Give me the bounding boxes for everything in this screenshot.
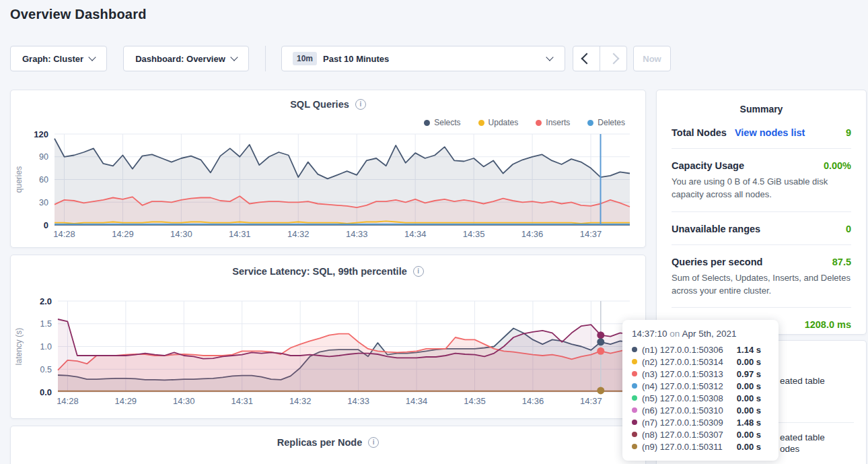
tooltip-title: 14:37:10 on Apr 5th, 2021: [632, 329, 769, 339]
summary-label: Unavailable ranges: [672, 224, 760, 234]
toolbar-divider: [265, 46, 266, 71]
dashboard-dropdown-label: Dashboard: Overview: [135, 54, 225, 64]
event-text-fragment: eated table: [780, 376, 825, 386]
summary-value: 0: [846, 224, 851, 234]
view-nodes-link[interactable]: View nodes list: [735, 127, 805, 138]
svg-text:30: 30: [39, 198, 48, 207]
series-dot-icon: [632, 395, 637, 401]
tooltip-node-value: 0.97 s: [737, 369, 769, 379]
series-dot-icon: [632, 371, 637, 376]
tooltip-node-value: 0.00 s: [737, 357, 769, 367]
svg-text:14:32: 14:32: [289, 396, 312, 406]
svg-text:90: 90: [39, 152, 48, 162]
svg-text:queries: queries: [14, 166, 24, 193]
tooltip-rows: (n1) 127.0.0.1:503061.14 s(n2) 127.0.0.1…: [632, 343, 769, 453]
time-prev-button[interactable]: [573, 46, 600, 71]
chevron-down-icon: [88, 53, 96, 61]
svg-text:120: 120: [34, 129, 48, 139]
tooltip-row: (n4) 127.0.0.1:503120.00 s: [632, 380, 769, 392]
tooltip-node-value: 0.00 s: [737, 381, 769, 391]
series-dot-icon: [632, 432, 637, 437]
summary-row: Total NodesView nodes list9: [672, 116, 851, 149]
service-latency-chart[interactable]: 0.00.51.01.52.014:2814:2914:3014:3114:32…: [11, 255, 647, 420]
graph-dropdown[interactable]: Graph: Cluster: [10, 46, 107, 71]
svg-text:60: 60: [39, 175, 48, 185]
time-range-label: Past 10 Minutes: [323, 54, 389, 64]
summary-value: 0.00%: [824, 160, 851, 171]
summary-description: You are using 0 B of 4.5 GiB usable disk…: [672, 176, 851, 201]
svg-text:14:30: 14:30: [170, 229, 192, 239]
svg-text:14:30: 14:30: [173, 396, 195, 406]
svg-text:14:37: 14:37: [580, 229, 602, 239]
tooltip-row: (n8) 127.0.0.1:503070.00 s: [632, 428, 769, 440]
tooltip-node-label: (n7) 127.0.0.1:50309: [642, 418, 723, 428]
tooltip-date: Apr 5th, 2021: [682, 329, 736, 339]
tooltip-node-label: (n2) 127.0.0.1:50314: [642, 357, 723, 367]
svg-text:14:29: 14:29: [112, 229, 134, 239]
series-dot-icon: [632, 359, 637, 364]
page-title: Overview Dashboard: [10, 7, 147, 22]
tooltip-row: (n2) 127.0.0.1:503140.00 s: [632, 356, 769, 368]
svg-text:14:32: 14:32: [287, 229, 310, 239]
tooltip-node-label: (n9) 127.0.0.1:50311: [642, 442, 723, 452]
replicas-chart-card: Replicas per Node: [10, 426, 646, 464]
summary-label: Queries per second: [672, 257, 762, 267]
tooltip-row: (n5) 127.0.0.1:503080.00 s: [632, 392, 769, 404]
svg-text:14:33: 14:33: [347, 396, 369, 406]
tooltip-row: (n9) 127.0.0.1:503110.00 s: [632, 440, 769, 453]
tooltip-row: (n1) 127.0.0.1:503061.14 s: [632, 343, 769, 356]
sql-queries-chart[interactable]: 030609012014:2814:2914:3014:3114:3214:33…: [11, 90, 647, 248]
tooltip-node-value: 0.00 s: [737, 430, 769, 440]
summary-row: Capacity Usage0.00%You are using 0 B of …: [672, 149, 851, 212]
chevron-down-icon: [546, 53, 553, 61]
now-button[interactable]: Now: [633, 46, 671, 71]
series-dot-icon: [632, 420, 637, 425]
tooltip-node-label: (n4) 127.0.0.1:50312: [642, 381, 723, 391]
series-dot-icon: [632, 383, 637, 389]
summary-rows: Total NodesView nodes list9Capacity Usag…: [657, 116, 866, 340]
svg-text:14:29: 14:29: [115, 396, 137, 406]
tooltip-row: (n3) 127.0.0.1:503130.97 s: [632, 368, 769, 380]
sql-queries-chart-card: SQL Queries SelectsUpdatesInsertsDeletes…: [10, 90, 646, 248]
tooltip-node-label: (n8) 127.0.0.1:50307: [642, 430, 723, 440]
series-dot-icon: [632, 347, 637, 352]
svg-text:14:35: 14:35: [463, 229, 485, 239]
svg-text:0.5: 0.5: [40, 365, 52, 374]
dashboard-dropdown[interactable]: Dashboard: Overview: [123, 46, 249, 71]
tooltip-on: on: [670, 329, 680, 339]
svg-text:14:31: 14:31: [231, 396, 253, 406]
svg-text:14:28: 14:28: [57, 396, 79, 406]
tooltip-node-value: 0.00 s: [737, 405, 769, 416]
svg-text:0.0: 0.0: [40, 387, 52, 397]
time-next-button[interactable]: [600, 46, 626, 71]
time-range-dropdown[interactable]: 10m Past 10 Minutes: [281, 46, 565, 71]
series-dot-icon: [632, 444, 637, 449]
info-icon[interactable]: [368, 437, 379, 448]
svg-text:14:35: 14:35: [464, 396, 486, 406]
summary-value: 1208.0 ms: [805, 319, 851, 330]
summary-label: Capacity Usage: [672, 160, 744, 171]
time-range-badge: 10m: [293, 52, 317, 65]
svg-text:latency (s): latency (s): [14, 328, 24, 365]
summary-description: Sum of Selects, Updates, Inserts, and De…: [672, 272, 851, 298]
chart-hover-tooltip: 14:37:10 on Apr 5th, 2021 (n1) 127.0.0.1…: [622, 320, 779, 461]
event-text-fragment: eated table: [780, 432, 825, 442]
service-latency-chart-card: Service Latency: SQL, 99th percentile 0.…: [10, 255, 646, 419]
chevron-left-icon: [581, 53, 592, 65]
tooltip-node-value: 0.00 s: [737, 442, 769, 452]
svg-text:14:34: 14:34: [404, 229, 427, 239]
overview-dashboard-page: Overview Dashboard Graph: Cluster Dashbo…: [0, 0, 868, 464]
svg-text:0: 0: [44, 220, 48, 230]
tooltip-node-value: 1.14 s: [737, 345, 769, 355]
tooltip-node-value: 0.00 s: [737, 393, 769, 403]
chart-title-row: Replicas per Node: [11, 437, 645, 448]
tooltip-node-label: (n6) 127.0.0.1:50310: [642, 405, 723, 416]
svg-text:1.0: 1.0: [40, 342, 52, 352]
summary-value: 87.5: [832, 257, 851, 267]
svg-text:14:37: 14:37: [580, 396, 602, 406]
svg-text:14:36: 14:36: [522, 396, 544, 406]
summary-label: Total Nodes: [672, 127, 727, 138]
svg-text:1.5: 1.5: [40, 319, 52, 329]
svg-text:14:34: 14:34: [406, 396, 428, 406]
svg-text:14:33: 14:33: [346, 229, 368, 239]
